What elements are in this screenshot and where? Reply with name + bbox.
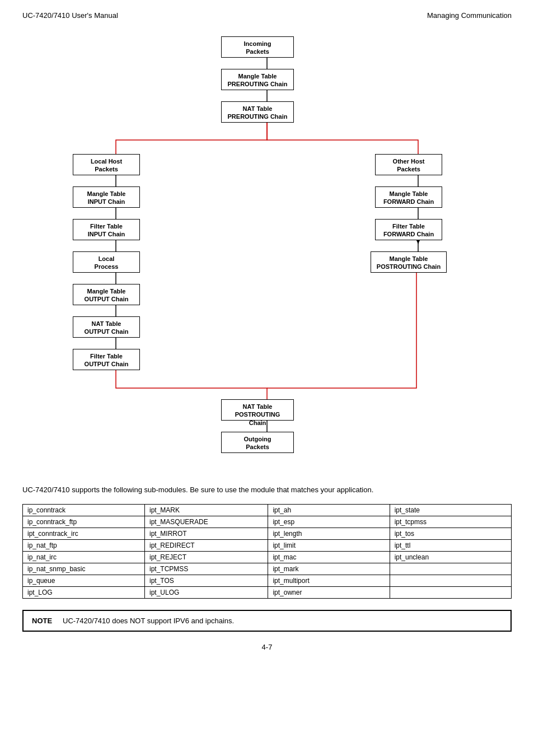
box-nat-post: NAT TablePOSTROUTING Chain bbox=[221, 399, 294, 421]
table-cell: ip_conntrack_ftp bbox=[23, 516, 145, 528]
note-text: UC-7420/7410 does NOT support IPV6 and i… bbox=[63, 617, 234, 625]
table-cell: ipt_conntrack_irc bbox=[23, 528, 145, 539]
table-cell: ipt_TOS bbox=[145, 575, 268, 586]
table-cell: ip_queue bbox=[23, 575, 145, 586]
table-cell: ipt_ah bbox=[268, 504, 390, 516]
description-text: UC-7420/7410 supports the following sub-… bbox=[22, 484, 512, 496]
table-cell: ipt_MIRROT bbox=[145, 528, 268, 539]
table-cell: ipt_state bbox=[390, 504, 511, 516]
table-row: ip_nat_snmp_basicipt_TCPMSSipt_mark bbox=[23, 563, 512, 575]
note-box: NOTE UC-7420/7410 does NOT support IPV6 … bbox=[22, 610, 512, 632]
table-cell: ipt_tcpmss bbox=[390, 516, 511, 528]
table-cell: ipt_ttl bbox=[390, 539, 511, 551]
table-row: ip_nat_ftpipt_REDIRECTipt_limitipt_ttl bbox=[23, 539, 512, 551]
table-cell: ip_nat_snmp_basic bbox=[23, 563, 145, 575]
box-mangle-input: Mangle TableINPUT Chain bbox=[73, 186, 140, 208]
table-cell: ip_nat_irc bbox=[23, 551, 145, 563]
box-nat-pre: NAT TablePREROUTING Chain bbox=[221, 101, 294, 123]
box-mangle-post-right: Mangle TablePOSTROUTING Chain bbox=[371, 251, 447, 273]
table-cell: ipt_limit bbox=[268, 539, 390, 551]
table-cell bbox=[390, 586, 511, 598]
page-number: 4-7 bbox=[22, 643, 512, 651]
box-other-host: Other HostPackets bbox=[375, 154, 442, 175]
table-cell: ipt_ULOG bbox=[145, 586, 268, 598]
table-cell: ipt_owner bbox=[268, 586, 390, 598]
box-filter-output: Filter TableOUTPUT Chain bbox=[73, 349, 140, 370]
table-cell: ipt_length bbox=[268, 528, 390, 539]
box-outgoing: OutgoingPackets bbox=[221, 432, 294, 453]
module-table: ip_conntrackipt_MARKipt_ahipt_stateip_co… bbox=[22, 504, 512, 599]
box-local-process: LocalProcess bbox=[73, 251, 140, 273]
table-cell: ipt_MASQUERADE bbox=[145, 516, 268, 528]
table-cell: ipt_REDIRECT bbox=[145, 539, 268, 551]
table-row: ip_nat_ircipt_REJECTipt_macipt_unclean bbox=[23, 551, 512, 563]
box-filter-forward: Filter TableFORWARD Chain bbox=[375, 219, 442, 240]
diagram-container: IncomingPackets Mangle TablePREROUTING C… bbox=[22, 31, 512, 468]
table-cell: ipt_unclean bbox=[390, 551, 511, 563]
table-row: ip_conntrackipt_MARKipt_ahipt_state bbox=[23, 504, 512, 516]
table-cell: ipt_REJECT bbox=[145, 551, 268, 563]
box-mangle-forward: Mangle TableFORWARD Chain bbox=[375, 186, 442, 208]
box-local-host: Local HostPackets bbox=[73, 154, 140, 175]
table-cell bbox=[390, 563, 511, 575]
box-mangle-output: Mangle TableOUTPUT Chain bbox=[73, 284, 140, 305]
table-cell: ipt_MARK bbox=[145, 504, 268, 516]
svg-marker-22 bbox=[416, 240, 420, 244]
table-cell: ipt_mark bbox=[268, 563, 390, 575]
table-row: ipt_conntrack_ircipt_MIRROTipt_lengthipt… bbox=[23, 528, 512, 539]
table-cell bbox=[390, 575, 511, 586]
header-left: UC-7420/7410 User's Manual bbox=[22, 11, 118, 20]
table-cell: ipt_multiport bbox=[268, 575, 390, 586]
table-row: ipt_LOGipt_ULOGipt_owner bbox=[23, 586, 512, 598]
box-mangle-pre: Mangle TablePREROUTING Chain bbox=[221, 69, 294, 90]
table-cell: ipt_mac bbox=[268, 551, 390, 563]
box-nat-output: NAT TableOUTPUT Chain bbox=[73, 316, 140, 338]
header-right: Managing Communication bbox=[427, 11, 512, 20]
box-incoming: IncomingPackets bbox=[221, 36, 294, 58]
table-cell: ipt_esp bbox=[268, 516, 390, 528]
table-row: ip_conntrack_ftpipt_MASQUERADEipt_espipt… bbox=[23, 516, 512, 528]
table-cell: ipt_LOG bbox=[23, 586, 145, 598]
page-header: UC-7420/7410 User's Manual Managing Comm… bbox=[22, 11, 512, 20]
table-row: ip_queueipt_TOSipt_multiport bbox=[23, 575, 512, 586]
table-cell: ip_nat_ftp bbox=[23, 539, 145, 551]
note-label: NOTE bbox=[32, 617, 54, 625]
table-cell: ip_conntrack bbox=[23, 504, 145, 516]
table-cell: ipt_tos bbox=[390, 528, 511, 539]
box-filter-input: Filter TableINPUT Chain bbox=[73, 219, 140, 240]
table-cell: ipt_TCPMSS bbox=[145, 563, 268, 575]
